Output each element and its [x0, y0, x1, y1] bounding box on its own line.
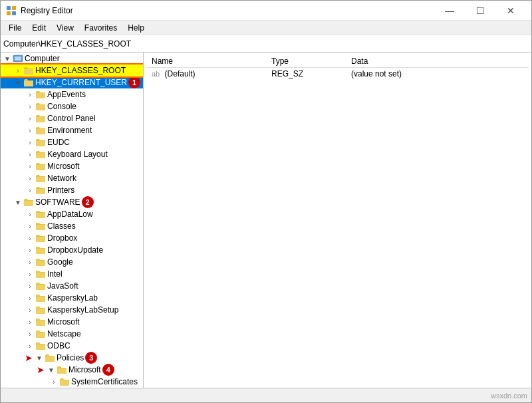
reg-value-icon: ab — [152, 70, 160, 78]
computer-icon — [13, 53, 23, 64]
tree-google-label: Google — [47, 257, 73, 267]
expand-dropbox: › — [25, 232, 35, 244]
tree-netscape-label: Netscape — [47, 329, 81, 338]
tree-appevents[interactable]: › AppEvents — [1, 88, 143, 100]
expand-dropboxupdate: › — [25, 244, 35, 256]
tree-appdatalow-label: AppDataLow — [47, 209, 93, 219]
tree-printers[interactable]: › Printers — [1, 184, 143, 196]
watermark: wsxdn.com — [491, 392, 527, 400]
tree-policies[interactable]: ➤ ▼ Policies 3 — [1, 352, 143, 364]
tree-odbc-label: ODBC — [47, 341, 70, 350]
tree-printers-label: Printers — [47, 186, 74, 195]
folder-environment-icon — [35, 125, 46, 136]
expand-printers: › — [25, 184, 35, 196]
folder-appdatalow-icon — [35, 209, 46, 219]
tree-eudc[interactable]: › EUDC — [1, 136, 143, 148]
expand-icon: ▼ — [2, 53, 13, 65]
menu-edit[interactable]: Edit — [27, 22, 51, 34]
expand-classes: › — [25, 220, 35, 232]
row-type: REG_SZ — [266, 68, 346, 80]
tree-systemcertificates[interactable]: › SystemCertificates — [1, 376, 143, 388]
menu-view[interactable]: View — [51, 22, 79, 34]
expand-kasperskylabsetup: › — [25, 304, 35, 316]
folder-controlpanel-icon — [35, 113, 46, 124]
tree-software[interactable]: ▼ SOFTWARE 2 — [1, 196, 143, 208]
detail-panel: Name Type Data ab (Default) REG_SZ (valu… — [144, 53, 531, 388]
tree-odbc[interactable]: › ODBC — [1, 340, 143, 352]
close-button[interactable]: ✕ — [495, 1, 526, 21]
tree-netscape[interactable]: › Netscape — [1, 328, 143, 340]
tree-software-microsoft-label: Microsoft — [47, 317, 80, 327]
tree-intel[interactable]: › Intel — [1, 268, 143, 280]
tree-dropboxupdate[interactable]: › DropboxUpdate — [1, 244, 143, 256]
tree-computer-label: Computer — [25, 54, 60, 63]
tree-console[interactable]: › Console — [1, 100, 143, 112]
col-data: Data — [346, 55, 529, 68]
tree-appdatalow[interactable]: › AppDataLow — [1, 208, 143, 220]
tree-policies-label: Policies — [57, 353, 84, 362]
menu-bar: File Edit View Favorites Help — [1, 21, 531, 35]
tree-dropbox-label: Dropbox — [47, 233, 77, 243]
folder-software-microsoft-icon — [35, 317, 46, 327]
tree-hkcu[interactable]: ▼ HKEY_CURRENT_USER 1 — [1, 76, 143, 88]
tree-hkcr[interactable]: › HKEY_CLASSES_ROOT — [1, 65, 143, 76]
expand-intel: › — [25, 268, 35, 280]
address-bar: Computer\HKEY_CLASSES_ROOT — [1, 35, 531, 53]
tree-panel[interactable]: ▼ Computer › HKEY_CLASSES_ROOT ▼ — [1, 53, 144, 388]
expand-controlpanel: › — [25, 112, 35, 124]
folder-netscape-icon — [35, 329, 46, 339]
expand-odbc: › — [25, 340, 35, 352]
menu-favorites[interactable]: Favorites — [79, 22, 122, 34]
tree-google[interactable]: › Google — [1, 256, 143, 268]
svg-rect-3 — [12, 11, 16, 15]
menu-file[interactable]: File — [3, 22, 27, 34]
folder-systemcertificates-icon — [59, 376, 70, 387]
app-icon — [6, 5, 17, 16]
expand-eudc: › — [25, 136, 35, 148]
folder-intel-icon — [35, 269, 46, 279]
table-row[interactable]: ab (Default) REG_SZ (value not set) — [146, 68, 529, 80]
tree-software-microsoft[interactable]: › Microsoft — [1, 316, 143, 328]
tree-kasperskylabsetup-label: KasperskyLabSetup — [47, 305, 118, 315]
minimize-button[interactable]: — — [434, 1, 465, 21]
registry-editor-window: Registry Editor — ☐ ✕ File Edit View Fav… — [0, 0, 532, 403]
tree-controlpanel[interactable]: › Control Panel — [1, 112, 143, 124]
tree-microsoft-label: Microsoft — [47, 162, 80, 171]
tree-network[interactable]: › Network — [1, 172, 143, 184]
tree-kasperskylab-label: KasperskyLab — [47, 293, 98, 303]
tree-environment[interactable]: › Environment — [1, 124, 143, 136]
folder-microsoft-icon — [35, 161, 46, 172]
tree-classes-label: Classes — [47, 221, 76, 231]
status-bar: wsxdn.com — [1, 388, 531, 402]
tree-microsoft[interactable]: › Microsoft — [1, 160, 143, 172]
tree-kasperskylab[interactable]: › KasperskyLab — [1, 292, 143, 304]
folder-policies-icon — [45, 352, 55, 363]
expand-javasoft: › — [25, 280, 35, 292]
expand-hkcr: › — [13, 65, 23, 76]
tree-policies-microsoft-label: Microsoft — [68, 365, 101, 374]
tree-kasperskylabsetup[interactable]: › KasperskyLabSetup — [1, 304, 143, 316]
tree-keyboardlayout[interactable]: › Keyboard Layout — [1, 148, 143, 160]
expand-systemcertificates: › — [49, 376, 59, 388]
expand-policies: ▼ — [34, 352, 45, 364]
title-bar: Registry Editor — ☐ ✕ — [1, 1, 531, 21]
row-data: (value not set) — [346, 68, 529, 80]
tree-root[interactable]: ▼ Computer — [1, 53, 143, 65]
menu-help[interactable]: Help — [122, 22, 150, 34]
badge-1: 1 — [128, 76, 140, 88]
expand-microsoft: › — [25, 160, 35, 172]
folder-dropbox-icon — [35, 233, 46, 243]
tree-intel-label: Intel — [47, 269, 63, 279]
folder-dropboxupdate-icon — [35, 245, 46, 255]
expand-keyboardlayout: › — [25, 148, 35, 160]
folder-network-icon — [35, 173, 46, 184]
badge-3: 3 — [85, 352, 97, 364]
tree-javasoft[interactable]: › JavaSoft — [1, 280, 143, 292]
tree-policies-microsoft[interactable]: ➤ ▼ Microsoft 4 — [1, 364, 143, 376]
title-buttons: — ☐ ✕ — [434, 1, 526, 21]
tree-classes[interactable]: › Classes — [1, 220, 143, 232]
maximize-button[interactable]: ☐ — [465, 1, 495, 21]
expand-kasperskylab: › — [25, 292, 35, 304]
tree-dropbox[interactable]: › Dropbox — [1, 232, 143, 244]
tree-eudc-label: EUDC — [47, 138, 70, 147]
